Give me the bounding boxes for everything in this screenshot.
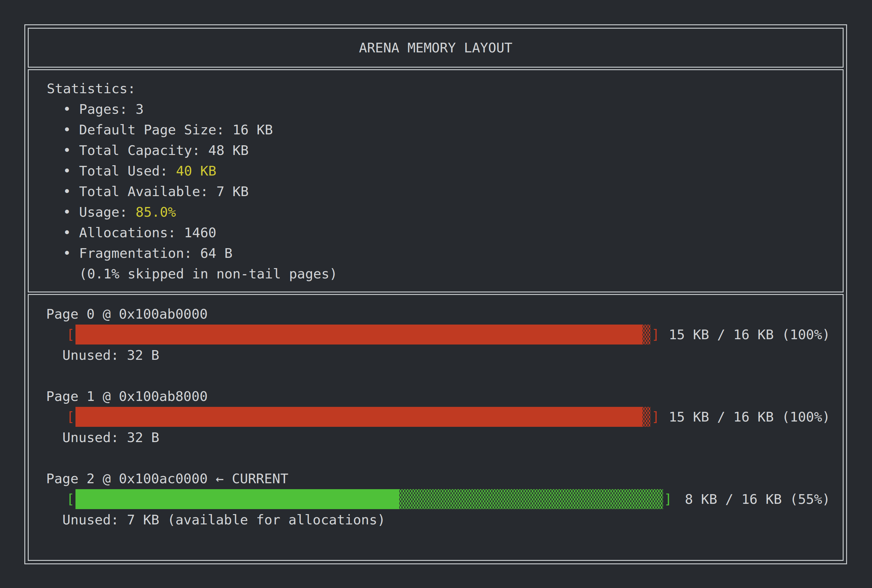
bar-close-bracket: ] (651, 324, 660, 345)
stat-item: • Allocations: 1460 (47, 222, 830, 243)
page-unused-label: Unused: 32 B (29, 427, 843, 448)
page-section: Page 0 @ 0x100ab0000[]15 KB / 16 KB (100… (29, 304, 843, 365)
title-panel: ARENA MEMORY LAYOUT (28, 28, 843, 68)
stat-item: • Total Used: 40 KB (47, 160, 830, 181)
stat-bullet: • (47, 245, 79, 261)
page-unused-label: Unused: 32 B (29, 345, 843, 365)
pages-panel: Page 0 @ 0x100ab0000[]15 KB / 16 KB (100… (28, 294, 843, 561)
stat-bullet: • (47, 101, 79, 117)
bar-usage-label: 15 KB / 16 KB (100%) (669, 409, 830, 424)
bar-used-fill (75, 407, 642, 427)
bar-free-hatch (642, 407, 651, 427)
page-section: Page 2 @ 0x100ac0000 ← CURRENT[]8 KB / 1… (29, 468, 843, 530)
pages-list: Page 0 @ 0x100ab0000[]15 KB / 16 KB (100… (29, 304, 843, 530)
bar-close-bracket: ] (651, 406, 660, 427)
stats-panel: Statistics: • Pages: 3 • Default Page Si… (28, 69, 843, 292)
stat-item: • Default Page Size: 16 KB (47, 119, 830, 140)
page-address-title: Page 2 @ 0x100ac0000 ← CURRENT (29, 468, 843, 489)
bar-usage-label: 15 KB / 16 KB (100%) (669, 327, 830, 342)
stat-item: (0.1% skipped in non-tail pages) (47, 264, 830, 284)
stat-text: Fragmentation: 64 B (79, 245, 233, 261)
stat-item: • Fragmentation: 64 B (47, 243, 830, 264)
memory-bar-row: []8 KB / 16 KB (55%) (29, 489, 843, 509)
page-address-title: Page 0 @ 0x100ab0000 (29, 304, 843, 324)
stat-text: Default Page Size: 16 KB (79, 122, 273, 138)
bar-used-fill (75, 489, 399, 509)
bar-used-fill (75, 324, 642, 345)
bar-open-bracket: [ (66, 489, 75, 509)
stats-list: • Pages: 3 • Default Page Size: 16 KB • … (47, 99, 830, 284)
stat-bullet (47, 266, 79, 282)
page-unused-label: Unused: 7 KB (available for allocations) (29, 509, 843, 530)
bar-open-bracket: [ (66, 324, 75, 345)
stat-item: • Total Available: 7 KB (47, 181, 830, 202)
memory-bar-row: []15 KB / 16 KB (100%) (29, 324, 843, 345)
stat-value-highlight: 40 KB (176, 163, 216, 178)
bar-free-hatch (642, 324, 651, 345)
stat-text: (0.1% skipped in non-tail pages) (79, 266, 338, 282)
stat-item: • Total Capacity: 48 KB (47, 140, 830, 160)
bar-track (75, 407, 651, 427)
outer-frame: ARENA MEMORY LAYOUT Statistics: • Pages:… (24, 24, 847, 564)
bar-open-bracket: [ (66, 406, 75, 427)
stat-bullet: • (47, 204, 79, 220)
stat-bullet: • (47, 122, 79, 138)
stat-bullet: • (47, 142, 79, 158)
page-title: ARENA MEMORY LAYOUT (359, 40, 512, 56)
stat-bullet: • (47, 184, 79, 199)
stat-text: Total Used: (79, 163, 176, 178)
stat-text: Total Available: 7 KB (79, 184, 249, 199)
stat-text: Pages: 3 (79, 101, 144, 117)
stat-bullet: • (47, 225, 79, 240)
bar-track (75, 489, 663, 509)
stat-item: • Pages: 3 (47, 99, 830, 119)
stat-text: Allocations: 1460 (79, 225, 216, 240)
page-section: Page 1 @ 0x100ab8000[]15 KB / 16 KB (100… (29, 386, 843, 448)
stats-heading: Statistics: (47, 78, 830, 99)
stat-value-highlight: 85.0% (136, 204, 176, 220)
stat-bullet: • (47, 163, 79, 178)
page-address-title: Page 1 @ 0x100ab8000 (29, 386, 843, 406)
stat-item: • Usage: 85.0% (47, 202, 830, 222)
bar-free-hatch (399, 489, 663, 509)
bar-close-bracket: ] (664, 489, 672, 509)
memory-bar-row: []15 KB / 16 KB (100%) (29, 406, 843, 427)
stat-text: Usage: (79, 204, 136, 220)
stat-text: Total Capacity: 48 KB (79, 142, 249, 158)
bar-usage-label: 8 KB / 16 KB (55%) (685, 491, 830, 507)
bar-track (75, 324, 651, 345)
